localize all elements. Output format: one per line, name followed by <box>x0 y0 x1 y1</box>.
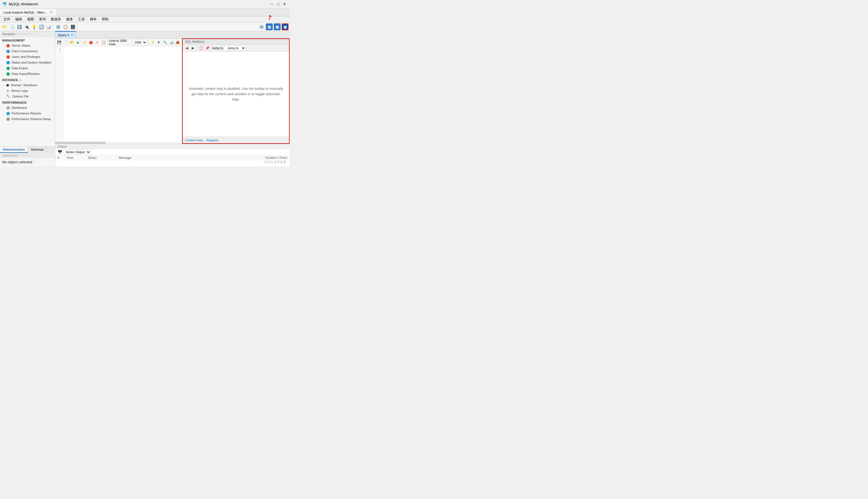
toolbar-btn-2[interactable]: 🗒️ <box>9 23 15 30</box>
sidebar-item-data-import[interactable]: ⬤ Data Import/Restore <box>0 71 55 76</box>
sa-sep-1 <box>197 46 197 50</box>
menu-edit[interactable]: 编辑 <box>13 16 24 22</box>
connection-tab-label: Local instance MySQL - Warn… <box>3 11 48 14</box>
toolbar-panel-left[interactable]: ▣ <box>266 23 273 30</box>
title-bar-controls: ─ □ ✕ <box>269 1 287 7</box>
col-duration: Duration / Fetch <box>241 156 287 159</box>
output-header: Output ·································… <box>55 144 289 149</box>
maximize-button[interactable]: □ <box>275 1 281 7</box>
toolbar-btn-3[interactable]: ℹ️ <box>16 23 23 30</box>
query-tab-bar: Query 1 ✕ <box>55 31 289 38</box>
perf-schema-icon: ⬤ <box>6 117 10 121</box>
menu-service[interactable]: 服务 <box>64 16 75 22</box>
ed-btn-find[interactable]: 🔍 <box>162 39 168 46</box>
sidebar-item-status-variables[interactable]: ⬤ Status and System Variables <box>0 60 55 65</box>
toolbar-btn-8[interactable]: ⚙️ <box>55 23 61 30</box>
ed-btn-open[interactable]: 📂 <box>69 39 75 46</box>
sql-additions-panel: SQL Additions ◀ ▶ 📋 📌 Jump to Jump to <box>182 38 289 144</box>
menu-script[interactable]: 脚本 <box>88 16 99 22</box>
toolbar-btn-9[interactable]: 📋 <box>62 23 69 30</box>
ed-btn-run-sel[interactable]: ⚡ <box>82 39 87 46</box>
toolbar-btn-10[interactable]: 🗄️ <box>69 23 76 30</box>
perf-reports-icon: ⬤ <box>6 111 10 115</box>
menu-database[interactable]: 数据库 <box>49 16 63 22</box>
sql-additions-toolbar: ◀ ▶ 📋 📌 Jump to Jump to <box>183 44 289 52</box>
toolbar-btn-5[interactable]: 💡 <box>31 23 37 30</box>
output-type-dropdown[interactable]: Action Output <box>63 149 91 155</box>
query-tab-1[interactable]: Query 1 ✕ <box>55 31 76 38</box>
minimize-button[interactable]: ─ <box>269 1 275 7</box>
management-header: MANAGEMENT <box>0 37 55 42</box>
toolbar-btn-4[interactable]: 🔌 <box>23 23 30 30</box>
toolbar-btn-7[interactable]: 📊 <box>45 23 52 30</box>
query-tab-close[interactable]: ✕ <box>71 33 73 36</box>
toolbar-sep-2 <box>77 24 78 30</box>
split-pane: 💾 📄 📂 ▶ ⚡ ⬤ ✕ 📋 Limit to 1000 rows 1000 … <box>55 38 289 144</box>
sidebar-item-performance-schema[interactable]: ⬤ Performance Schema Setup <box>0 116 55 122</box>
options-icon: 🔧 <box>6 94 11 98</box>
sidebar-bottom-tabs: Administration Schemas <box>0 146 55 153</box>
menu-view[interactable]: 视图 <box>25 16 36 22</box>
sa-back-btn[interactable]: ◀ <box>184 45 190 51</box>
menu-help[interactable]: 帮助 <box>99 16 111 22</box>
toolbar-panel-right[interactable]: ▣ <box>282 23 288 30</box>
server-logs-icon: ⚠ <box>6 89 9 93</box>
server-status-icon: ⬤ <box>6 44 10 48</box>
startup-icon: ◼ <box>6 83 9 87</box>
ed-btn-extra1[interactable]: ⚡ <box>150 39 155 46</box>
sa-action2-btn[interactable]: 📌 <box>204 45 210 51</box>
sidebar-item-client-connections[interactable]: ⬤ Client Connections <box>0 48 55 54</box>
ed-btn-stop[interactable]: ⬤ <box>88 39 94 46</box>
footer-tab-snippets[interactable]: Snippets <box>206 138 218 143</box>
connection-tab[interactable]: Local instance MySQL - Warn… ✕ <box>0 9 57 16</box>
sql-editor[interactable] <box>64 46 182 142</box>
toolbar-gear-btn[interactable]: ⚙️ <box>258 23 265 30</box>
menu-file[interactable]: 文件 <box>1 16 12 22</box>
sidebar-item-performance-reports[interactable]: ⬤ Performance Reports <box>0 110 55 116</box>
connection-tab-bar: Local instance MySQL - Warn… ✕ <box>0 9 289 16</box>
limit-dropdown[interactable]: 1000 500 200 <box>132 40 147 45</box>
sidebar-item-startup-shutdown[interactable]: ◼ Startup / Shutdown <box>0 82 55 88</box>
limit-select: Limit to 1000 rows 1000 500 200 <box>109 39 147 46</box>
close-button[interactable]: ✕ <box>282 1 287 7</box>
app-title: MySQL Workbench <box>9 2 38 6</box>
sidebar-item-server-logs[interactable]: ⚠ Server Logs <box>0 88 55 94</box>
ed-btn-new[interactable]: 📄 <box>62 39 68 46</box>
jump-to-dropdown[interactable]: Jump to <box>224 46 246 51</box>
ed-btn-save[interactable]: 💾 <box>56 39 62 46</box>
sidebar-item-data-export[interactable]: ⬤ Data Export <box>0 65 55 71</box>
ed-btn-run[interactable]: ▶ <box>75 39 81 46</box>
ed-btn-cancel[interactable]: ✕ <box>94 39 100 46</box>
col-action: Action <box>88 156 119 159</box>
limit-label: Limit to 1000 rows <box>109 39 131 46</box>
toolbar-panel-mid[interactable]: ▣ <box>274 23 281 30</box>
sidebar-item-dashboard[interactable]: ⬤ Dashboard <box>0 105 55 110</box>
ed-btn-explain[interactable]: 📊 <box>169 39 174 46</box>
sidebar-item-options-file[interactable]: 🔧 Options File <box>0 94 55 99</box>
instance-icon: ⚠ <box>19 78 22 82</box>
ed-btn-export[interactable]: 📤 <box>175 39 181 46</box>
main-layout: Navigator ··················· MANAGEMENT… <box>0 31 289 167</box>
sa-action1-btn[interactable]: 📋 <box>198 45 204 51</box>
tab-administration[interactable]: Administration <box>0 147 28 153</box>
menu-query[interactable]: 查询 <box>37 16 48 22</box>
line-numbers: 1 <box>55 46 64 142</box>
col-num: # <box>57 156 67 159</box>
sa-forward-btn[interactable]: ▶ <box>190 45 196 51</box>
output-area: Output ·································… <box>55 144 289 167</box>
connection-tab-close[interactable]: ✕ <box>49 11 53 14</box>
data-import-icon: ⬤ <box>6 72 10 76</box>
toolbar-btn-1[interactable]: 📁 <box>1 23 8 30</box>
menu-tools[interactable]: 工具 <box>76 16 87 22</box>
toolbar-btn-6[interactable]: 🔄 <box>38 23 45 30</box>
dashboard-icon: ⬤ <box>6 106 10 110</box>
ed-btn-extra2[interactable]: ✦ <box>156 39 162 46</box>
sidebar-item-server-status[interactable]: ⬤ Server Status <box>0 42 55 48</box>
ed-btn-toggle[interactable]: 📋 <box>101 39 106 46</box>
output-label: Output <box>57 145 67 148</box>
performance-header: PERFORMANCE <box>0 99 55 105</box>
output-table-header: # Time Action Message Duration / Fetch <box>55 155 289 160</box>
tab-schemas[interactable]: Schemas <box>28 147 47 153</box>
footer-tab-context-help[interactable]: Context Help <box>185 138 203 143</box>
sidebar-item-users-privileges[interactable]: ⬤ Users and Privileges <box>0 54 55 60</box>
